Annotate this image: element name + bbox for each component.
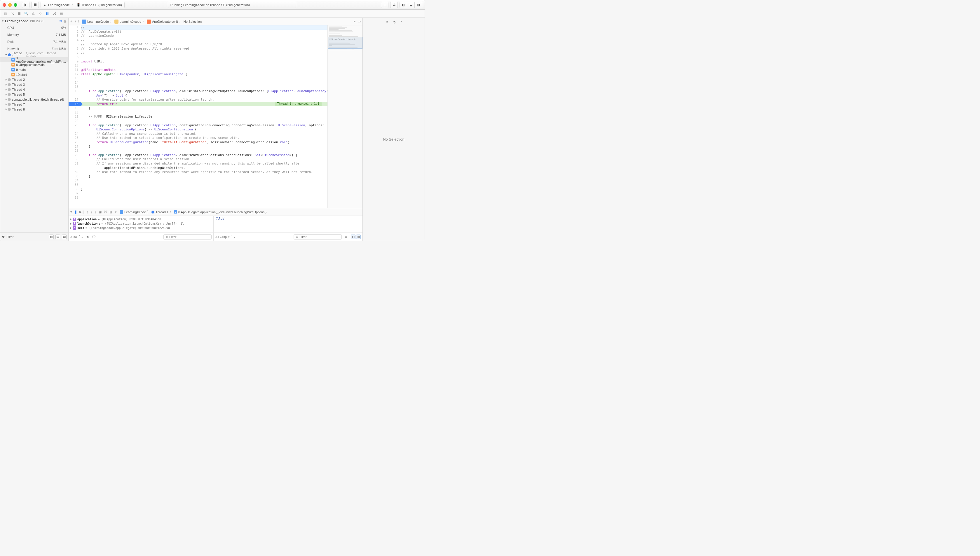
close-button[interactable] [3,3,6,7]
line-number[interactable] [69,94,81,98]
location-button[interactable]: ➤ [115,210,117,214]
jump-selection[interactable]: No Selection [184,20,202,23]
line-number[interactable]: 17 [69,98,81,102]
line-number[interactable]: 24 [69,132,81,136]
line-number[interactable]: 15 [69,85,81,89]
code-review-button[interactable]: ⇄ [390,2,398,8]
code-line[interactable]: 26 return UISceneConfiguration(name: "De… [69,140,327,145]
step-over-button[interactable]: ⤵ [87,210,89,214]
memory-metric[interactable]: Memory7.1 MB [0,31,68,38]
line-number[interactable]: 9 [69,60,81,64]
disclosure-icon[interactable] [2,20,3,22]
code-line[interactable]: UIScene.ConnectionOptions) -> UISceneCon… [69,128,327,132]
disk-metric[interactable]: Disk7.1 MB/s [0,38,68,45]
history-inspector-icon[interactable]: ◔ [393,20,396,24]
thread-row[interactable]: Thread 3 [0,82,68,87]
code-line[interactable]: 38 [69,196,327,200]
code-line[interactable]: 25 // Use this method to select a config… [69,136,327,140]
print-description-icon[interactable]: ⓘ [92,234,95,239]
code-line[interactable]: 13 [69,76,327,81]
code-line[interactable]: 1// [69,25,327,30]
symbol-navigator-icon[interactable]: ☰ [16,11,23,17]
code-line[interactable]: 18 return trueThread 1: breakpoint 1.1 [69,102,327,107]
line-number[interactable]: 6 [69,47,81,51]
toggle-console-pane[interactable]: ◨ [356,234,361,239]
process-header[interactable]: LearningXcode PID 2383 ↻ ◎ [0,18,68,24]
code-line[interactable]: 9import UIKit [69,60,327,64]
code-line[interactable]: 19 } [69,106,327,111]
line-number[interactable]: 25 [69,136,81,140]
breakpoint-badge[interactable]: Thread 1: breakpoint 1.1 [275,102,322,106]
line-number[interactable]: 29 [69,153,81,158]
related-items-icon[interactable]: ⌗ [70,19,72,23]
issue-navigator-icon[interactable]: ⚠ [30,11,37,17]
help-inspector-icon[interactable]: ? [400,20,401,24]
code-line[interactable]: 31 // If any sessions were discarded whi… [69,162,327,166]
code-line[interactable]: 6// Copyright © 2020 Jane Appleseed. All… [69,47,327,51]
code-line[interactable]: 2// AppDelegate.swift [69,30,327,34]
code-line[interactable]: application:didFinishLaunchingWithOption… [69,166,327,170]
jump-folder[interactable]: LearningXcode [115,19,141,24]
toggle-c[interactable]: ▦ [62,234,66,239]
toggle-inspector-button[interactable]: ◨ [415,2,422,8]
view-debug-button[interactable]: ▣ [99,210,102,214]
line-number[interactable]: 21 [69,115,81,119]
toggle-vars-pane[interactable]: ◧ [351,234,356,239]
cpu-metric[interactable]: CPU0% [0,24,68,31]
thread-row[interactable]: Thread 7 [0,102,68,107]
report-navigator-icon[interactable]: ▤ [58,11,65,17]
debug-navigator-icon[interactable]: ☷ [44,11,50,17]
line-number[interactable]: 13 [69,76,81,81]
jump-project[interactable]: LearningXcode [82,19,109,24]
code-line[interactable]: 24 // Called when a new scene session is… [69,132,327,136]
code-line[interactable]: 33 } [69,175,327,179]
line-number[interactable]: 34 [69,179,81,183]
quicklook-icon[interactable]: ◉ [86,235,89,239]
line-number[interactable]: 8 [69,55,81,60]
line-number[interactable]: 7 [69,51,81,55]
line-number[interactable]: 28 [69,149,81,153]
minimap-viewport[interactable] [328,37,362,49]
line-number[interactable]: 5 [69,42,81,47]
stack-frame[interactable]: U9 main [0,67,68,72]
activity-status-bar[interactable]: Running LearningXcode on iPhone SE (2nd … [168,2,296,8]
line-number[interactable]: 12 [69,72,81,77]
debug-breadcrumb[interactable]: LearningXcode 〉 Thread 1 〉 U 0 AppDelega… [120,210,267,214]
variable-row[interactable]: Aapplication = (UIApplication) 0x00007f9… [70,217,212,221]
line-number[interactable] [69,166,81,170]
code-line[interactable]: 7// [69,51,327,55]
scheme-selector[interactable]: ▲ LearningXcode 〉 📱 iPhone SE (2nd gener… [40,2,125,8]
code-line[interactable]: 36} [69,187,327,192]
env-override-button[interactable]: ▦ [110,210,112,214]
minimap[interactable]: UISceneSession Lifecycle [327,25,362,208]
code-line[interactable]: 10 [69,64,327,68]
code-line[interactable]: 32 // Use this method to release any res… [69,170,327,175]
line-number[interactable]: 23 [69,123,81,128]
find-navigator-icon[interactable]: 🔍 [23,11,29,17]
toggle-debug-area-button[interactable]: ⬓ [407,2,415,8]
console-scope-select[interactable]: All Output ⌃⌄ [215,235,236,239]
code-line[interactable]: 27 } [69,145,327,149]
breakpoint-toggle[interactable]: ❚ [74,210,77,214]
back-button[interactable]: 〈 [73,19,76,24]
line-number[interactable]: 33 [69,175,81,179]
line-number[interactable]: 30 [69,157,81,162]
stack-frame[interactable]: U10 start [0,72,68,77]
filter-icon[interactable]: ⊕ [2,235,5,239]
line-number[interactable]: 38 [69,196,81,200]
minimize-button[interactable] [8,3,12,7]
line-number[interactable]: 32 [69,170,81,175]
variable-row[interactable]: Aself = (LearningXcode.AppDelegate) 0x00… [70,226,212,230]
code-line[interactable]: 37 [69,191,327,196]
stack-frame[interactable]: U8 UIApplicationMain [0,62,68,67]
project-navigator-icon[interactable]: ▥ [2,11,8,17]
line-number[interactable]: 27 [69,145,81,149]
filter-input[interactable] [6,235,47,239]
code-line[interactable]: 17 // Override point for customization a… [69,98,327,102]
line-number[interactable]: 37 [69,191,81,196]
code-line[interactable]: 29 func application(_ application: UIApp… [69,153,327,158]
line-number[interactable]: 20 [69,111,81,115]
line-number[interactable]: 31 [69,162,81,166]
code-line[interactable]: 5// Created by Apple Development on 6/8/… [69,42,327,47]
forward-button[interactable]: 〉 [78,19,81,24]
